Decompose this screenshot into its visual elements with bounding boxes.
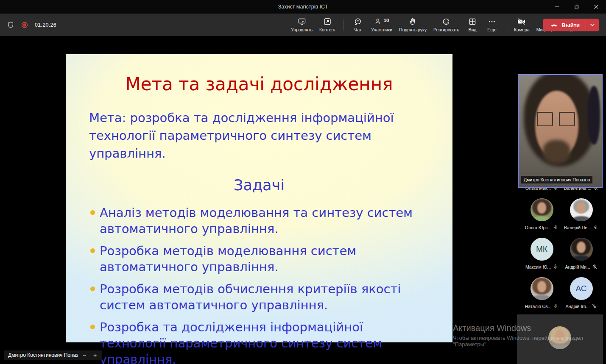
avatar: АС <box>570 277 593 300</box>
slide-bullet: Розробка методів обчислення критеріїв як… <box>100 281 431 313</box>
slide-goal-text: Мета: розробка та дослідження інформацій… <box>89 109 435 162</box>
avatar-art <box>555 330 564 342</box>
raise-hand-label: Поднять руку <box>399 27 427 32</box>
minimize-icon <box>555 4 560 9</box>
slide-bullet-list: Аналіз методів моделювання та синтезу си… <box>66 205 452 364</box>
close-icon <box>594 4 599 9</box>
participant-name: Ольга Юрії... <box>525 225 551 230</box>
participant-tile[interactable]: Андрій Ми... <box>561 236 601 273</box>
meeting-toolbar: 01:20:26 Управлять Контент Чат 10 Участн… <box>0 14 606 36</box>
mic-off-icon <box>593 225 598 230</box>
avatar-art <box>532 216 552 221</box>
leave-label: Выйти <box>561 22 580 28</box>
presenter-name-label: Дмитро Костянтинович Попазов <box>4 350 87 360</box>
meeting-timer: 01:20:26 <box>35 22 56 28</box>
avatar-art <box>543 140 570 163</box>
leave-button[interactable]: Выйти <box>543 19 586 31</box>
zoom-in-button[interactable]: + <box>93 352 97 359</box>
close-button[interactable] <box>586 0 606 14</box>
participant-name: Андрій Ми... <box>565 264 590 270</box>
minimize-button[interactable] <box>547 0 567 14</box>
hangup-icon <box>550 22 558 28</box>
more-button[interactable]: Еще <box>482 14 502 36</box>
slide-title: Мета та задачі дослідження <box>66 74 452 94</box>
leave-split-button: Выйти <box>543 19 599 31</box>
mic-off-icon <box>592 303 597 309</box>
shared-slide: Мета та задачі дослідження Мета: розробк… <box>66 54 452 342</box>
camera-button[interactable]: Камера <box>511 14 533 36</box>
toolbar-divider <box>343 19 344 31</box>
participants-icon <box>374 17 383 26</box>
avatar-art <box>532 295 552 300</box>
shield-icon <box>7 21 14 29</box>
glasses-art <box>537 112 575 126</box>
more-label: Еще <box>487 27 496 32</box>
video-name-label: Дмитро Костянтинович Попазов <box>521 176 592 183</box>
participant-name: Наталія Єв... <box>525 304 552 309</box>
zoom-out-button[interactable]: − <box>83 352 87 359</box>
raise-hand-button[interactable]: Поднять руку <box>396 14 430 36</box>
view-label: Вид <box>468 27 476 32</box>
avatar-art <box>550 344 570 349</box>
chat-label: Чат <box>354 27 361 32</box>
avatar-art <box>571 216 592 221</box>
window-titlebar: Захист магістрів ІСТ <box>0 0 606 14</box>
screen-control-icon <box>298 17 306 26</box>
content-button[interactable]: Контент <box>316 14 339 36</box>
participants-button[interactable]: 10 Участники <box>368 14 396 36</box>
participant-video-tile[interactable] <box>517 314 603 364</box>
mic-off-icon <box>553 303 559 309</box>
avatar <box>548 326 571 349</box>
slide-tasks-heading: Задачі <box>66 177 452 194</box>
camera-label: Камера <box>514 27 530 32</box>
smiley-icon <box>442 17 450 26</box>
mic-off-icon <box>592 264 598 270</box>
more-icon <box>488 17 496 26</box>
participant-tile[interactable]: Ольга Юрії... <box>522 197 561 233</box>
raise-hand-icon <box>409 17 417 26</box>
content-label: Контент <box>319 27 336 32</box>
presenter-video-tile[interactable]: Дмитро Костянтинович Попазов <box>518 74 603 188</box>
leave-options-button[interactable] <box>586 19 599 31</box>
meeting-stage: Мета та задачі дослідження Мета: розробк… <box>0 36 606 364</box>
participants-label: Участники <box>371 27 392 32</box>
recording-indicator-icon <box>21 21 28 29</box>
view-button[interactable]: Вид <box>463 14 482 36</box>
react-label: Реагировать <box>433 27 459 32</box>
mic-off-icon <box>553 264 558 270</box>
camera-off-icon <box>517 17 526 26</box>
participant-name: Максим Ю... <box>525 264 551 270</box>
chat-icon <box>354 17 362 26</box>
slide-bullet: Розробка методів моделювання систем авто… <box>100 243 431 275</box>
avatar <box>531 198 553 221</box>
zoom-controls: − + <box>78 350 102 360</box>
presenter-video <box>519 75 602 187</box>
content-share-icon <box>323 17 332 26</box>
participant-tile[interactable]: Наталія Єв... <box>522 276 561 312</box>
window-title: Захист магістрів ІСТ <box>0 4 606 10</box>
restore-icon <box>574 4 580 10</box>
slide-bullet: Розробка та дослідження інформаційної те… <box>100 319 431 364</box>
manage-button[interactable]: Управлять <box>288 14 316 36</box>
avatar-art <box>571 256 592 261</box>
headphones-art <box>588 86 600 144</box>
avatar <box>570 238 593 261</box>
chat-button[interactable]: Чат <box>348 14 368 36</box>
participant-name: Андрій Іго... <box>566 304 590 309</box>
mic-off-icon <box>553 225 559 230</box>
avatar: МК <box>531 238 553 261</box>
restore-button[interactable] <box>567 0 586 14</box>
participant-tile[interactable]: МК Максим Ю... <box>522 236 561 273</box>
react-button[interactable]: Реагировать <box>430 14 463 36</box>
chevron-down-icon <box>590 23 595 27</box>
avatar <box>570 198 593 221</box>
manage-label: Управлять <box>291 27 313 32</box>
slide-bullet: Аналіз методів моделювання та синтезу си… <box>100 205 431 237</box>
avatar <box>531 277 553 300</box>
grid-view-icon <box>468 17 477 26</box>
participant-tile[interactable]: Валерій Пе... <box>561 197 601 233</box>
toolbar-divider <box>506 19 506 31</box>
window-controls <box>547 0 606 14</box>
participant-tile[interactable]: АС Андрій Іго... <box>561 276 601 312</box>
participant-name: Валерій Пе... <box>564 225 591 230</box>
